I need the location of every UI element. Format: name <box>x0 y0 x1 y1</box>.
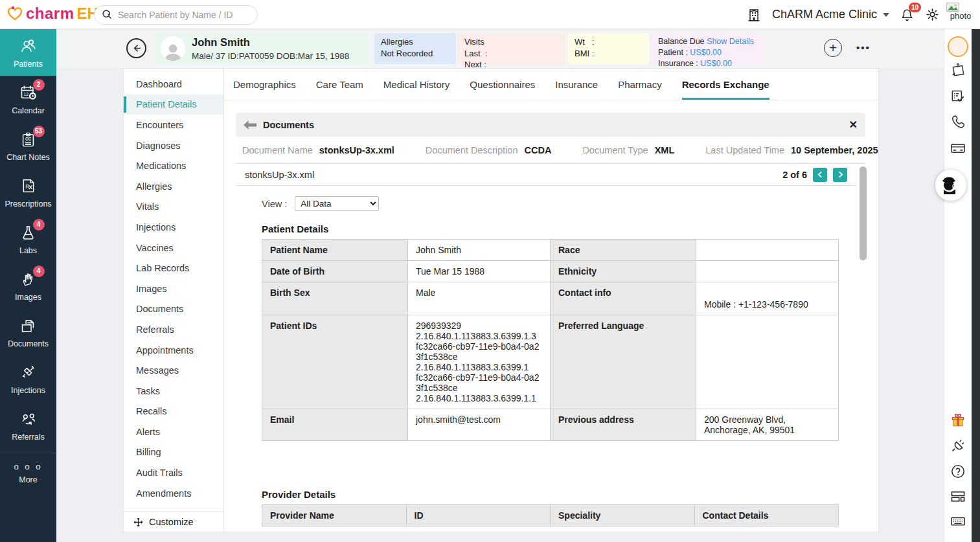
back-button[interactable] <box>126 38 146 58</box>
nav-item-injections[interactable]: Injections <box>124 217 223 238</box>
detective-assistant-button[interactable] <box>935 170 966 201</box>
right-edge-strip <box>972 29 980 542</box>
sidebar-item-images[interactable]: 4 Images <box>0 262 56 309</box>
nav-item-encounters[interactable]: Encounters <box>124 115 223 135</box>
sidebar-item-calendar[interactable]: 12 2 Calendar <box>0 76 56 122</box>
back-arrow-icon[interactable] <box>244 120 256 130</box>
view-label: View : <box>262 199 287 209</box>
sidebar-item-prescriptions[interactable]: R Prescriptions <box>0 169 56 216</box>
nav-item-alerts[interactable]: Alerts <box>124 422 223 442</box>
status-circle-icon[interactable] <box>948 36 968 57</box>
viewer-scrollbar[interactable] <box>859 164 867 532</box>
sidebar-item-label: Images <box>15 293 41 302</box>
search-input[interactable] <box>118 10 251 20</box>
allergies-card[interactable]: Allergies Not Recorded <box>374 33 456 64</box>
nav-item-patient-details[interactable]: Patient Details <box>124 95 223 115</box>
visits-card[interactable]: Visits Last : Next : <box>458 33 565 64</box>
tab-medical-history[interactable]: Medical History <box>383 69 450 100</box>
next-document-button[interactable] <box>833 168 847 182</box>
gift-icon[interactable] <box>950 411 966 428</box>
layout-panels-icon[interactable] <box>950 488 967 505</box>
clinic-switcher[interactable]: ChARM Acme Clinic <box>772 8 889 21</box>
doc-updated-value: 10 September, 2025 <box>791 145 878 155</box>
sidebar-item-label: Injections <box>11 386 45 395</box>
user-avatar[interactable]: photo <box>946 3 975 27</box>
tab-questionnaires[interactable]: Questionnaires <box>470 69 535 100</box>
prev-document-button[interactable] <box>813 168 827 182</box>
notification-badge: 10 <box>909 3 921 12</box>
allergies-value: Not Recorded <box>381 48 450 60</box>
calendar-icon: 12 2 <box>19 83 38 102</box>
visits-label: Visits <box>464 36 559 48</box>
customize-label: Customize <box>149 517 194 527</box>
sidebar-item-injections[interactable]: Injections <box>0 356 56 402</box>
sidebar-item-label: Patients <box>14 60 43 69</box>
table-row: Provider Name ID Speciality Contact Deta… <box>262 505 839 526</box>
sidebar-item-patients[interactable]: Patients <box>0 29 56 76</box>
form-check-icon[interactable] <box>950 87 966 104</box>
view-select[interactable]: All Data <box>295 196 379 211</box>
phone-icon[interactable] <box>950 113 966 130</box>
tab-care-team[interactable]: Care Team <box>316 69 363 100</box>
sticky-note-icon[interactable] <box>950 62 966 78</box>
nav-item-documents[interactable]: Documents <box>124 299 223 320</box>
patient-details-table: Patient Name John Smith Race Date of Bir… <box>262 239 839 441</box>
provider-details-table: Provider Name ID Speciality Contact Deta… <box>262 504 839 526</box>
labs-flask-icon: 4 <box>19 223 38 242</box>
nav-item-allergies[interactable]: Allergies <box>124 176 223 197</box>
nav-item-dashboard[interactable]: Dashboard <box>124 74 223 95</box>
sidebar-item-documents[interactable]: Documents <box>0 309 56 356</box>
nav-item-appointments[interactable]: Appointments <box>124 340 223 361</box>
tab-insurance[interactable]: Insurance <box>555 69 598 100</box>
table-row: Date of Birth Tue Mar 15 1988 Ethnicity <box>262 261 839 282</box>
col-header: Speciality <box>551 505 695 526</box>
nav-item-billing[interactable]: Billing <box>124 442 223 463</box>
nav-item-audit-trails[interactable]: Audit Trails <box>124 462 223 483</box>
patient-summary-card[interactable]: John Smith Male/ 37 ID:PAT0059 DOB:Mar 1… <box>155 33 369 64</box>
cell-label: Previous address <box>551 409 696 441</box>
search-icon[interactable] <box>101 8 114 21</box>
help-icon[interactable] <box>950 463 966 480</box>
svg-text:CC: CC <box>25 137 32 141</box>
overflow-menu-button[interactable]: ••• <box>856 42 871 53</box>
vitals-card[interactable]: Wt : BMI : <box>568 33 649 64</box>
nav-item-referrals[interactable]: Referrals <box>124 319 223 340</box>
wt-label: Wt : <box>575 36 643 48</box>
tab-pharmacy[interactable]: Pharmacy <box>618 69 662 100</box>
nav-item-images[interactable]: Images <box>124 278 223 299</box>
sidebar-item-chart-notes[interactable]: CC 53 Chart Notes <box>0 122 56 169</box>
show-details-link[interactable]: Show Details <box>707 37 754 46</box>
nav-item-diagnoses[interactable]: Diagnoses <box>124 135 223 156</box>
move-icon <box>133 517 144 528</box>
patient-details-heading: Patient Details <box>262 223 328 234</box>
nav-item-tasks[interactable]: Tasks <box>124 381 223 401</box>
nav-item-amendments[interactable]: Amendments <box>124 483 223 504</box>
customize-button[interactable]: Customize <box>124 512 223 532</box>
sidebar-item-more[interactable]: o o o More <box>0 456 56 490</box>
nav-item-lab-records[interactable]: Lab Records <box>124 258 223 278</box>
doc-updated-label: Last Updated Time <box>705 145 784 155</box>
tab-records-exchange[interactable]: Records Exchange <box>682 69 769 100</box>
sidebar-item-label: Prescriptions <box>5 199 51 209</box>
notifications-button[interactable]: 10 <box>900 7 915 23</box>
plug-icon[interactable] <box>950 437 966 454</box>
nav-item-vaccines[interactable]: Vaccines <box>124 238 223 258</box>
broken-image-icon <box>946 3 975 12</box>
keyboard-icon[interactable] <box>950 512 967 530</box>
credit-card-icon[interactable] <box>950 139 967 157</box>
nav-item-recalls[interactable]: Recalls <box>124 401 223 422</box>
tab-demographics[interactable]: Demographics <box>233 69 296 100</box>
nav-item-messages[interactable]: Messages <box>124 360 223 381</box>
nav-item-vitals[interactable]: Vitals <box>124 197 223 218</box>
nav-item-medications[interactable]: Medications <box>124 155 223 176</box>
primary-sidebar: Patients 12 2 Calendar CC 53 C <box>0 29 56 542</box>
settings-gear-icon[interactable] <box>925 7 940 22</box>
close-icon[interactable]: ✕ <box>849 119 858 131</box>
scrollbar-thumb[interactable] <box>860 166 867 260</box>
clinic-building-icon <box>746 7 762 23</box>
add-button[interactable]: + <box>824 39 842 57</box>
sidebar-item-referrals[interactable]: Referrals <box>0 402 56 449</box>
labs-badge: 4 <box>33 219 45 231</box>
sidebar-item-labs[interactable]: 4 Labs <box>0 216 56 262</box>
patient-search[interactable] <box>94 5 258 25</box>
